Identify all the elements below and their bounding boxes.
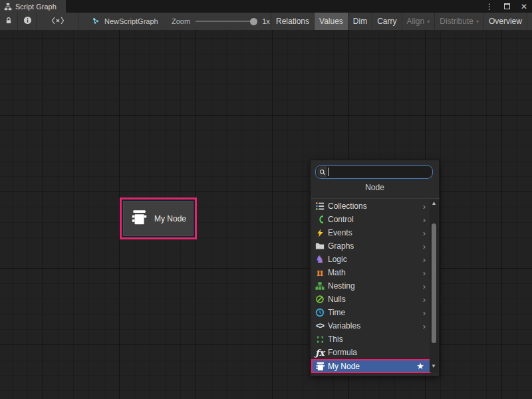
zoom-value: 1x <box>262 17 270 25</box>
carry-button[interactable]: Carry <box>372 13 401 30</box>
chevron-right-icon: › <box>423 201 426 211</box>
finder-item-this[interactable]: This <box>311 332 431 346</box>
inspect-button[interactable] <box>19 13 37 30</box>
null-icon <box>315 294 325 305</box>
control-icon <box>315 214 325 225</box>
pi-icon: π <box>315 267 325 278</box>
finder-item-nulls[interactable]: Nulls › <box>311 293 431 306</box>
finder-list: Collections › Control › Events › Graphs … <box>311 200 431 373</box>
knight-icon: ♞ <box>315 254 325 265</box>
toolbar: NewScriptGraph Zoom 1x Relations Values … <box>0 13 532 30</box>
favorite-star-icon[interactable]: ★ <box>416 361 424 371</box>
align-button[interactable]: Align▾ <box>402 13 435 30</box>
graph-hierarchy-icon <box>4 3 12 11</box>
finder-search[interactable] <box>315 165 433 179</box>
finder-item-logic[interactable]: ♞ Logic › <box>311 253 431 266</box>
distribute-button[interactable]: Distribute▾ <box>434 13 483 30</box>
relations-button[interactable]: Relations <box>271 13 314 30</box>
fullscreen-button[interactable]: Full Screen <box>527 13 532 30</box>
chevron-right-icon: › <box>423 321 426 331</box>
finder-item-nesting[interactable]: Nesting › <box>311 279 431 293</box>
info-icon <box>23 16 32 27</box>
lock-button[interactable] <box>0 13 18 30</box>
chevron-right-icon: › <box>423 255 426 265</box>
folder-icon <box>315 241 325 251</box>
finder-header: Node <box>311 183 439 192</box>
unit-pot-icon <box>130 209 148 228</box>
toolbar-toggle-buttons: Relations Values Dim Carry Align▾ Distri… <box>271 13 532 30</box>
chevron-right-icon: › <box>423 268 426 278</box>
zoom-control: Zoom 1x <box>172 13 270 30</box>
tab-script-graph[interactable]: Script Graph <box>0 0 66 13</box>
maximize-icon[interactable] <box>501 1 512 12</box>
lock-icon <box>5 17 13 27</box>
values-button[interactable]: Values <box>314 13 348 30</box>
finder-item-graphs[interactable]: Graphs › <box>311 239 431 253</box>
dim-button[interactable]: Dim <box>348 13 372 30</box>
clock-icon <box>315 307 325 318</box>
scroll-up-icon[interactable]: ▲ <box>432 200 437 207</box>
overview-button[interactable]: Overview <box>483 13 527 30</box>
zoom-slider-handle[interactable] <box>250 18 257 25</box>
current-graph[interactable]: NewScriptGraph <box>86 13 164 30</box>
tab-label: Script Graph <box>15 3 57 11</box>
finder-item-collections[interactable]: Collections › <box>311 200 431 213</box>
finder-item-formula[interactable]: ƒx Formula <box>311 346 431 359</box>
graph-canvas[interactable]: My Node Node Collections › <box>0 30 532 399</box>
fuzzy-finder: Node Collections › Control › Events › <box>310 160 440 376</box>
node-title: My Node <box>154 214 186 223</box>
graph-asset-icon <box>92 17 100 27</box>
chevron-right-icon: › <box>423 241 426 251</box>
lightning-icon <box>315 227 325 238</box>
finder-item-control[interactable]: Control › <box>311 213 431 226</box>
finder-scrollbar[interactable]: ▲ <box>430 200 438 372</box>
script-graph-window: Script Graph ⋮ ✕ NewScr <box>0 0 532 399</box>
window-controls: ⋮ ✕ <box>484 0 529 13</box>
dropdown-arrow-icon: ▾ <box>476 19 479 25</box>
scroll-down-icon[interactable]: ▼ <box>430 363 438 369</box>
collections-icon <box>315 201 325 211</box>
chevron-right-icon: › <box>423 308 426 318</box>
divider <box>311 198 440 199</box>
close-icon[interactable]: ✕ <box>519 1 529 12</box>
dropdown-arrow-icon: ▾ <box>427 19 430 25</box>
my-node-unit[interactable]: My Node <box>120 198 197 239</box>
zoom-slider[interactable] <box>196 21 254 22</box>
unit-pot-icon <box>315 361 325 372</box>
chevron-right-icon: › <box>423 281 426 291</box>
tab-bar: Script Graph ⋮ ✕ <box>0 0 532 13</box>
chevron-right-icon: › <box>423 295 426 305</box>
this-icon <box>315 334 325 344</box>
finder-item-events[interactable]: Events › <box>311 226 431 239</box>
formula-icon: ƒx <box>315 347 325 358</box>
nesting-icon <box>315 281 325 291</box>
chevron-right-icon: › <box>423 228 426 238</box>
scrollbar-thumb[interactable] <box>432 223 436 343</box>
angle-brackets-icon: <> <box>315 321 325 331</box>
finder-item-time[interactable]: Time › <box>311 306 431 319</box>
kebab-menu-icon[interactable]: ⋮ <box>484 1 495 12</box>
finder-item-my-node[interactable]: My Node ★ <box>311 359 431 373</box>
chevron-right-icon: › <box>423 215 426 225</box>
search-icon <box>317 166 327 178</box>
edit-graph-button[interactable] <box>37 13 78 30</box>
zoom-label: Zoom <box>172 17 190 25</box>
finder-item-variables[interactable]: <> Variables › <box>311 319 431 332</box>
search-input[interactable] <box>329 166 432 178</box>
finder-item-math[interactable]: π Math › <box>311 266 431 279</box>
graph-name-label: NewScriptGraph <box>104 17 158 25</box>
code-brackets-icon <box>51 17 65 27</box>
